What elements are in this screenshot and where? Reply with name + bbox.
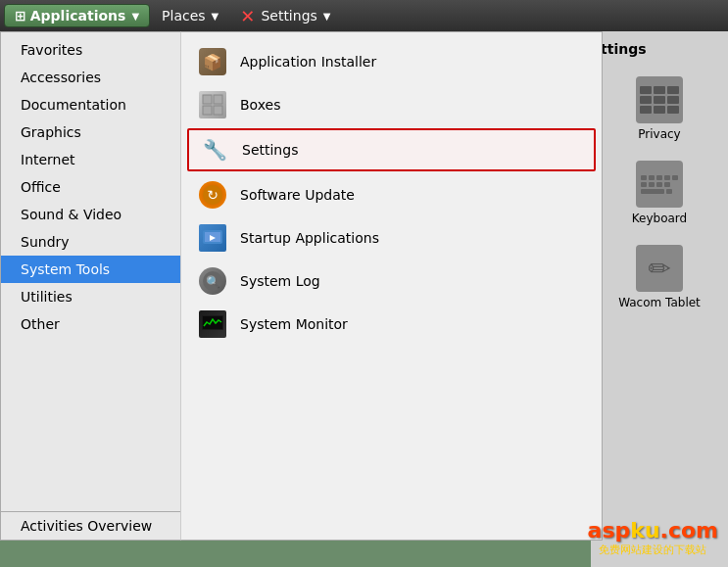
applications-icon: ⊞: [15, 8, 26, 24]
watermark-sub: 免费网站建设的下载站: [588, 543, 718, 557]
graphics-label: Graphics: [21, 124, 81, 140]
svg-text:↻: ↻: [207, 187, 218, 203]
internet-label: Internet: [21, 152, 75, 167]
watermark-main: aspku.com: [588, 518, 718, 543]
boxes-label: Boxes: [240, 97, 281, 113]
settings-arrow-icon: ▼: [323, 11, 331, 22]
sound-video-label: Sound & Video: [21, 207, 121, 222]
installer-icon: 📦: [197, 46, 228, 77]
submenu-item-software-update[interactable]: ↻ Software Update: [181, 173, 602, 216]
panel-item-keyboard[interactable]: Keyboard: [632, 161, 687, 225]
menu-item-sundry[interactable]: Sundry: [1, 228, 180, 256]
accessories-label: Accessories: [21, 70, 101, 85]
submenu-item-app-installer[interactable]: 📦 Application Installer: [181, 40, 602, 83]
system-tools-label: System Tools: [21, 261, 110, 277]
sundry-label: Sundry: [21, 234, 70, 250]
privacy-icon: [636, 76, 683, 123]
places-menu-button[interactable]: Places ▼: [152, 5, 228, 26]
update-icon: ↻: [197, 179, 228, 211]
boxes-icon: [197, 89, 228, 120]
keyboard-icon: [636, 161, 683, 208]
utilities-label: Utilities: [21, 289, 73, 305]
menu-item-system-tools[interactable]: System Tools: [1, 256, 180, 283]
settings-label: Settings: [261, 8, 316, 24]
office-label: Office: [21, 179, 61, 195]
documentation-label: Documentation: [21, 97, 126, 113]
other-label: Other: [21, 316, 60, 332]
activities-overview-item[interactable]: Activities Overview: [1, 511, 180, 540]
panel-item-wacom[interactable]: ✏️ Wacom Tablet: [618, 245, 701, 309]
menu-item-sound-video[interactable]: Sound & Video: [1, 201, 180, 228]
monitor-icon: [197, 308, 228, 340]
app-installer-label: Application Installer: [240, 54, 376, 70]
topbar: ⊞ Applications ▼ Places ▼ ✕ Settings ▼: [0, 0, 728, 31]
privacy-label: Privacy: [638, 127, 680, 141]
dropdown-right: 📦 Application Installer Bo: [181, 31, 603, 541]
main-content: ttings Privacy: [0, 31, 728, 567]
activities-overview-label: Activities Overview: [21, 518, 152, 534]
menu-item-graphics[interactable]: Graphics: [1, 118, 180, 146]
menu-item-accessories[interactable]: Accessories: [1, 64, 180, 91]
startup-apps-label: Startup Applications: [240, 230, 379, 246]
startup-icon: [197, 222, 228, 254]
submenu-item-startup-apps[interactable]: Startup Applications: [181, 216, 602, 260]
menu-item-documentation[interactable]: Documentation: [1, 91, 180, 118]
menu-item-favorites[interactable]: Favorites: [1, 36, 180, 64]
system-log-label: System Log: [240, 273, 320, 289]
wacom-label: Wacom Tablet: [618, 296, 701, 309]
applications-menu-button[interactable]: ⊞ Applications ▼: [4, 4, 150, 27]
menu-item-utilities[interactable]: Utilities: [1, 283, 180, 310]
settings-wrench-icon: 🔧: [199, 134, 230, 165]
applications-dropdown: Favorites Accessories Documentation Grap…: [0, 31, 603, 541]
settings-x-icon: ✕: [240, 6, 255, 26]
submenu-item-system-log[interactable]: 🔍 System Log: [181, 260, 602, 303]
svg-rect-3: [214, 106, 222, 115]
menu-item-office[interactable]: Office: [1, 173, 180, 201]
submenu-item-boxes[interactable]: Boxes: [181, 83, 602, 126]
svg-rect-2: [203, 106, 212, 115]
right-panel: ttings Privacy: [591, 31, 728, 567]
wacom-icon: ✏️: [636, 245, 683, 292]
software-update-label: Software Update: [240, 187, 355, 203]
keyboard-label: Keyboard: [632, 212, 687, 225]
menu-item-internet[interactable]: Internet: [1, 146, 180, 173]
places-label: Places: [162, 8, 206, 24]
panel-item-privacy[interactable]: Privacy: [636, 76, 683, 141]
svg-rect-1: [214, 95, 222, 104]
log-icon: 🔍: [197, 265, 228, 297]
dropdown-left: Favorites Accessories Documentation Grap…: [0, 31, 181, 541]
settings-menu-button[interactable]: ✕ Settings ▼: [230, 3, 340, 29]
menu-item-other[interactable]: Other: [1, 310, 180, 338]
applications-label: Applications: [30, 8, 126, 24]
submenu-item-settings[interactable]: 🔧 Settings: [187, 128, 596, 171]
svg-text:🔍: 🔍: [206, 274, 220, 289]
favorites-label: Favorites: [21, 42, 82, 58]
settings-submenu-label: Settings: [242, 142, 298, 158]
submenu-item-system-monitor[interactable]: System Monitor: [181, 303, 602, 346]
left-menu-items: Favorites Accessories Documentation Grap…: [1, 32, 180, 511]
applications-arrow-icon: ▼: [131, 11, 139, 22]
watermark: aspku.com 免费网站建设的下载站: [588, 518, 718, 557]
svg-rect-0: [203, 95, 212, 104]
system-monitor-label: System Monitor: [240, 316, 348, 332]
places-arrow-icon: ▼: [212, 11, 219, 22]
